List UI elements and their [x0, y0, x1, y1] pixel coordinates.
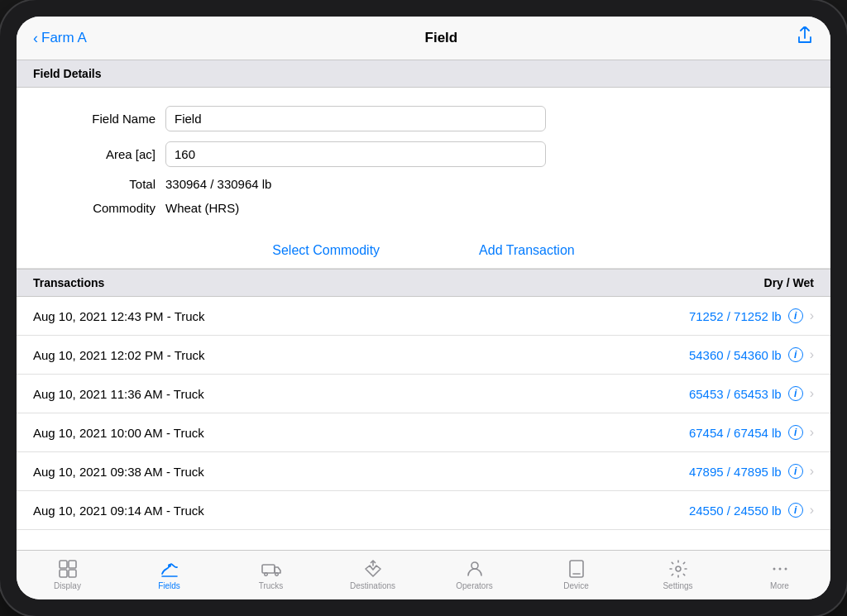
- tab-fields-label: Fields: [158, 581, 180, 590]
- svg-point-11: [676, 566, 681, 571]
- info-icon[interactable]: i: [788, 386, 803, 401]
- add-transaction-button[interactable]: Add Transaction: [479, 243, 575, 258]
- screen: ‹ Farm A Field Field Details Field Name: [17, 17, 830, 599]
- total-label: Total: [33, 177, 165, 191]
- chevron-right-icon: ›: [810, 503, 814, 518]
- info-icon[interactable]: i: [788, 464, 803, 479]
- dry-wet-column-header: Dry / Wet: [764, 276, 814, 289]
- svg-point-6: [264, 572, 267, 575]
- back-button[interactable]: ‹ Farm A: [33, 30, 87, 47]
- commodity-label: Commodity: [33, 201, 165, 215]
- more-icon: [770, 559, 790, 579]
- nav-bar: ‹ Farm A Field: [17, 17, 830, 60]
- tab-display[interactable]: Display: [39, 559, 97, 590]
- transaction-date: Aug 10, 2021 09:14 AM - Truck: [33, 504, 204, 518]
- field-details-container: Field Name Area [ac] Total 330964 / 3309…: [17, 88, 830, 233]
- field-name-label: Field Name: [33, 112, 165, 126]
- tab-settings[interactable]: Settings: [649, 559, 707, 590]
- table-row[interactable]: Aug 10, 2021 09:14 AM - Truck 24550 / 24…: [17, 491, 830, 530]
- transaction-right-section: 67454 / 67454 lb i ›: [689, 425, 814, 440]
- field-details-section-header: Field Details: [17, 60, 830, 88]
- commodity-row: Commodity Wheat (HRS): [17, 196, 830, 220]
- destinations-icon: [363, 559, 383, 579]
- device-frame: ‹ Farm A Field Field Details Field Name: [0, 0, 847, 616]
- transaction-weight: 24550 / 24550 lb: [689, 504, 782, 518]
- info-icon[interactable]: i: [788, 347, 803, 362]
- tab-operators-label: Operators: [456, 581, 492, 590]
- back-chevron-icon: ‹: [33, 30, 38, 47]
- commodity-value: Wheat (HRS): [165, 201, 239, 215]
- svg-point-8: [471, 562, 478, 569]
- transactions-column-header: Transactions: [33, 276, 104, 289]
- svg-rect-9: [570, 561, 583, 577]
- transaction-weight: 67454 / 67454 lb: [689, 426, 782, 440]
- svg-point-13: [778, 567, 781, 570]
- field-name-input[interactable]: [165, 106, 546, 131]
- transaction-weight: 71252 / 71252 lb: [689, 309, 782, 323]
- svg-point-7: [275, 572, 278, 575]
- tab-device[interactable]: Device: [548, 559, 605, 590]
- chevron-right-icon: ›: [810, 464, 814, 479]
- total-row: Total 330964 / 330964 lb: [17, 172, 830, 196]
- tab-device-label: Device: [563, 581, 589, 590]
- svg-point-14: [784, 567, 787, 570]
- svg-point-4: [168, 564, 171, 567]
- total-value: 330964 / 330964 lb: [165, 177, 271, 191]
- table-row[interactable]: Aug 10, 2021 12:02 PM - Truck 54360 / 54…: [17, 336, 830, 375]
- nav-title: Field: [425, 30, 458, 46]
- svg-rect-2: [60, 570, 67, 577]
- table-row[interactable]: Aug 10, 2021 12:43 PM - Truck 71252 / 71…: [17, 297, 830, 336]
- tab-more[interactable]: More: [751, 559, 809, 590]
- share-icon: [796, 26, 814, 45]
- transaction-date: Aug 10, 2021 10:00 AM - Truck: [33, 426, 204, 440]
- tab-fields[interactable]: Fields: [141, 559, 199, 590]
- transaction-date: Aug 10, 2021 12:02 PM - Truck: [33, 348, 205, 362]
- svg-rect-5: [262, 565, 275, 573]
- chevron-right-icon: ›: [810, 386, 814, 401]
- svg-point-12: [773, 567, 775, 570]
- transactions-table-header: Transactions Dry / Wet: [17, 269, 830, 297]
- transaction-date: Aug 10, 2021 09:38 AM - Truck: [33, 465, 204, 479]
- table-row[interactable]: Aug 10, 2021 10:00 AM - Truck 67454 / 67…: [17, 413, 830, 452]
- table-row[interactable]: Aug 10, 2021 09:38 AM - Truck 47895 / 47…: [17, 452, 830, 491]
- settings-icon: [668, 559, 688, 579]
- transaction-right-section: 65453 / 65453 lb i ›: [689, 386, 814, 401]
- actions-row: Select Commodity Add Transaction: [17, 233, 830, 269]
- area-row: Area [ac]: [17, 136, 830, 172]
- tab-destinations-label: Destinations: [350, 581, 395, 590]
- table-row[interactable]: Aug 10, 2021 11:36 AM - Truck 65453 / 65…: [17, 375, 830, 413]
- chevron-right-icon: ›: [810, 347, 814, 362]
- display-icon: [58, 559, 78, 579]
- device-icon: [567, 559, 586, 579]
- info-icon[interactable]: i: [788, 503, 803, 518]
- chevron-right-icon: ›: [810, 308, 814, 323]
- transaction-right-section: 47895 / 47895 lb i ›: [689, 464, 814, 479]
- tab-settings-label: Settings: [663, 581, 692, 590]
- area-input[interactable]: [165, 141, 546, 167]
- svg-rect-3: [69, 570, 76, 577]
- field-name-row: Field Name: [17, 101, 830, 136]
- transaction-weight: 54360 / 54360 lb: [689, 348, 782, 362]
- back-label: Farm A: [41, 30, 87, 46]
- transaction-date: Aug 10, 2021 12:43 PM - Truck: [33, 309, 205, 323]
- tab-bar: Display Fields Trucks: [17, 550, 830, 599]
- tab-more-label: More: [770, 581, 789, 590]
- svg-rect-1: [69, 561, 76, 568]
- transaction-date: Aug 10, 2021 11:36 AM - Truck: [33, 387, 204, 401]
- info-icon[interactable]: i: [788, 308, 803, 323]
- transaction-list: Aug 10, 2021 12:43 PM - Truck 71252 / 71…: [17, 297, 830, 550]
- transaction-right-section: 71252 / 71252 lb i ›: [689, 308, 814, 323]
- select-commodity-button[interactable]: Select Commodity: [272, 243, 380, 258]
- tab-trucks[interactable]: Trucks: [242, 559, 300, 590]
- content-area: Field Details Field Name Area [ac] Total…: [17, 60, 830, 550]
- transaction-weight: 65453 / 65453 lb: [689, 387, 782, 401]
- tab-operators[interactable]: Operators: [446, 559, 504, 590]
- tab-destinations[interactable]: Destinations: [344, 559, 402, 590]
- svg-rect-0: [60, 561, 67, 568]
- info-icon[interactable]: i: [788, 425, 803, 440]
- tab-display-label: Display: [54, 581, 81, 590]
- share-button[interactable]: [796, 26, 814, 50]
- area-label: Area [ac]: [33, 147, 165, 161]
- trucks-icon: [261, 559, 281, 579]
- transaction-right-section: 24550 / 24550 lb i ›: [689, 503, 814, 518]
